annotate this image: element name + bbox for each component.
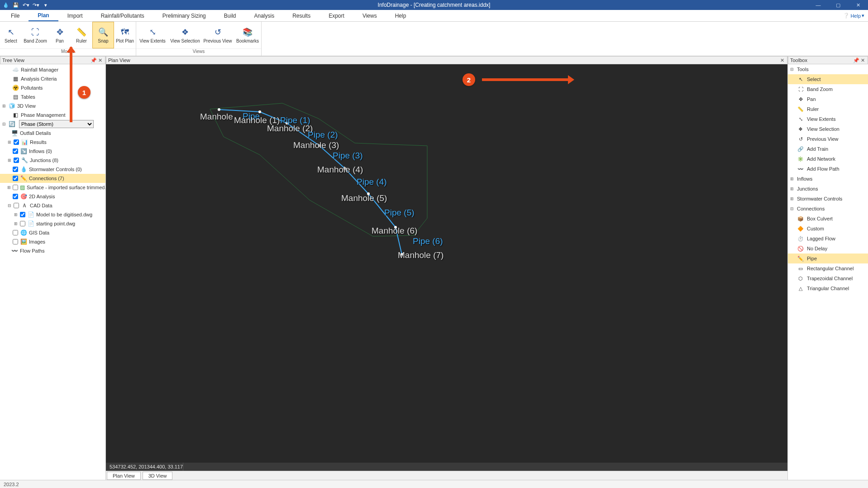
- ribbon-view-extents[interactable]: ⤡View Extents: [136, 22, 169, 48]
- model-checkbox[interactable]: [20, 212, 25, 217]
- junctions-checkbox[interactable]: [14, 158, 19, 163]
- tree-phase-row[interactable]: ⊟🔄Phase (Storm): [0, 120, 105, 129]
- network-svg: [106, 64, 572, 354]
- maximize-button[interactable]: ▢: [828, 0, 848, 10]
- analysis2d-checkbox[interactable]: [13, 194, 18, 199]
- starting-checkbox[interactable]: [20, 221, 25, 226]
- tree-3d-view[interactable]: ⊞🧊3D View: [0, 101, 105, 110]
- tab-plan-view[interactable]: Plan View: [107, 472, 141, 480]
- toolbox-pan[interactable]: ✥Pan: [788, 94, 868, 104]
- toolbox-pipe[interactable]: ✏️Pipe: [788, 254, 868, 263]
- tree-body[interactable]: ☁️Rainfall Manager ▦Analysis Criteria ☣️…: [0, 64, 105, 480]
- menu-results[interactable]: Results: [283, 11, 320, 21]
- tree-gis-data[interactable]: 🌐GIS Data: [0, 228, 105, 237]
- ribbon-band-zoom[interactable]: ⛶Band Zoom: [22, 22, 49, 48]
- menu-import[interactable]: Import: [58, 11, 92, 21]
- toolbox-no-delay[interactable]: 🚫No Delay: [788, 244, 868, 254]
- phase-icon: ◧: [12, 111, 19, 119]
- pin-icon[interactable]: 📌: [853, 57, 859, 63]
- images-checkbox[interactable]: [13, 239, 18, 244]
- cad-checkbox[interactable]: [14, 203, 19, 208]
- tree-inflows[interactable]: ↘️Inflows (0): [0, 147, 105, 156]
- surface-checkbox[interactable]: [13, 185, 18, 190]
- close-icon[interactable]: ✕: [859, 57, 866, 63]
- help-corner[interactable]: ❔ Help ▾: [843, 13, 864, 19]
- tree-rainfall-manager[interactable]: ☁️Rainfall Manager: [0, 65, 105, 74]
- tab-3d-view[interactable]: 3D View: [143, 472, 173, 480]
- close-icon[interactable]: ✕: [97, 57, 103, 63]
- pin-icon[interactable]: 📌: [91, 57, 97, 63]
- toolbox-inflows-header[interactable]: ⊞Inflows: [788, 174, 868, 184]
- analysis2d-icon: 🎯: [20, 193, 27, 200]
- storm-checkbox[interactable]: [13, 167, 18, 172]
- toolbox-band-zoom[interactable]: ⛶Band Zoom: [788, 84, 868, 94]
- toolbox-add-train[interactable]: 🔗Add Train: [788, 144, 868, 154]
- tree-junctions[interactable]: ⊞🔧Junctions (8): [0, 156, 105, 165]
- menu-plan[interactable]: Plan: [29, 10, 58, 21]
- view-extents-icon: ⤡: [797, 115, 804, 123]
- tree-2d-analysis[interactable]: 🎯2D Analysis: [0, 192, 105, 201]
- toolbox-custom[interactable]: 🔶Custom: [788, 224, 868, 234]
- tree-cad-data[interactable]: ⊟ＡCAD Data: [0, 201, 105, 210]
- tree-model-dwg[interactable]: ⊞📄Model to be digitised.dwg: [0, 210, 105, 219]
- toolbox-lagged-flow[interactable]: ⏱️Lagged Flow: [788, 234, 868, 244]
- ribbon-snap[interactable]: 🔍Snap: [92, 22, 114, 48]
- tree-panel: Tree View 📌 ✕ ☁️Rainfall Manager ▦Analys…: [0, 56, 106, 480]
- tree-outfall[interactable]: 🖥️Outfall Details: [0, 129, 105, 138]
- toolbox-select[interactable]: ↖Select: [788, 74, 868, 84]
- toolbox-connections-header[interactable]: ⊟Connections: [788, 204, 868, 214]
- toolbox-trap-channel[interactable]: ⬡Trapezoidal Channel: [788, 273, 868, 283]
- close-icon[interactable]: ✕: [779, 57, 785, 63]
- flow-path-icon: 〰️: [797, 165, 804, 172]
- toolbox-view-extents[interactable]: ⤡View Extents: [788, 114, 868, 124]
- undo-icon[interactable]: ↶▾: [23, 2, 29, 8]
- plan-canvas[interactable]: Manhole Pipe Manhole (1) Pipe (1) Manhol…: [106, 64, 787, 463]
- toolbox-add-flow-path[interactable]: 〰️Add Flow Path: [788, 164, 868, 174]
- inflows-checkbox[interactable]: [13, 148, 18, 154]
- menu-rainfall[interactable]: Rainfall/Pollutants: [92, 11, 153, 21]
- toolbox-add-network[interactable]: ✳️Add Network: [788, 154, 868, 164]
- tree-connections[interactable]: ✏️Connections (7): [0, 174, 105, 183]
- ribbon-previous-view[interactable]: ↺Previous View: [201, 22, 234, 48]
- tree-images[interactable]: 🖼️Images: [0, 237, 105, 246]
- menu-analysis[interactable]: Analysis: [245, 11, 283, 21]
- tree-phase-management[interactable]: ◧Phase Management: [0, 110, 105, 120]
- ribbon-select[interactable]: ↖Select: [0, 22, 22, 48]
- ribbon-plot-plan[interactable]: 🗺Plot Plan: [114, 22, 136, 48]
- toolbox-box-culvert[interactable]: 📦Box Culvert: [788, 214, 868, 224]
- results-checkbox[interactable]: [14, 139, 19, 145]
- phase-select[interactable]: Phase (Storm): [19, 120, 94, 128]
- redo-icon[interactable]: ↷▾: [33, 2, 39, 8]
- connections-checkbox[interactable]: [13, 176, 18, 181]
- toolbox-ruler[interactable]: 📏Ruler: [788, 104, 868, 114]
- menu-help[interactable]: Help: [386, 11, 415, 21]
- version-label: 2023.2: [4, 482, 19, 487]
- menu-prelim[interactable]: Preliminary Sizing: [153, 11, 215, 21]
- tree-flow-paths[interactable]: 〰️Flow Paths: [0, 246, 105, 255]
- tree-stormwater[interactable]: 💧Stormwater Controls (0): [0, 165, 105, 174]
- save-icon[interactable]: 💾: [13, 2, 19, 8]
- toolbox-previous-view[interactable]: ↺Previous View: [788, 134, 868, 144]
- close-button[interactable]: ✕: [848, 0, 868, 10]
- toolbox-body[interactable]: ⊟Tools ↖Select ⛶Band Zoom ✥Pan 📏Ruler ⤡V…: [788, 64, 868, 480]
- toolbox-view-selection[interactable]: ❖View Selection: [788, 124, 868, 134]
- toolbox-junctions-header[interactable]: ⊞Junctions: [788, 184, 868, 194]
- minimize-button[interactable]: —: [808, 0, 828, 10]
- toolbox-tools-header[interactable]: ⊟Tools: [788, 64, 868, 74]
- tree-surface[interactable]: ⊞▨Surface - imported surface trimmed.ids…: [0, 183, 105, 192]
- toolbox-rect-channel[interactable]: ▭Rectangular Channel: [788, 263, 868, 273]
- ribbon-bookmarks[interactable]: 📚Bookmarks: [234, 22, 261, 48]
- menu-build[interactable]: Build: [215, 11, 245, 21]
- gis-checkbox[interactable]: [13, 230, 18, 235]
- tree-results[interactable]: ⊞📊Results: [0, 138, 105, 147]
- menu-views[interactable]: Views: [353, 11, 386, 21]
- ribbon-view-selection[interactable]: ❖View Selection: [169, 22, 201, 48]
- outfall-icon: 🖥️: [11, 129, 18, 137]
- menu-file[interactable]: File: [2, 11, 29, 21]
- tree-starting-pt[interactable]: ⊞📄starting point.dwg: [0, 219, 105, 228]
- toolbox-tri-channel[interactable]: △Triangular Channel: [788, 283, 868, 293]
- tree-analysis-criteria[interactable]: ▦Analysis Criteria: [0, 74, 105, 83]
- qat-customize-icon[interactable]: ▾: [43, 2, 49, 8]
- menu-export[interactable]: Export: [320, 11, 353, 21]
- toolbox-stormwater-header[interactable]: ⊞Stormwater Controls: [788, 194, 868, 204]
